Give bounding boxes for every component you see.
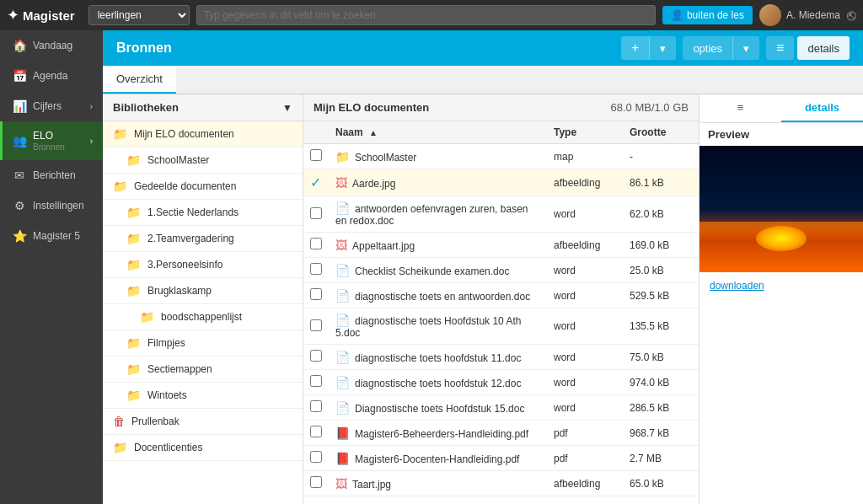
lib-item-mijn-elo[interactable]: 📁 Mijn ELO documenten bbox=[103, 121, 303, 147]
lib-item-brugklaskamp[interactable]: 📁 Brugklaskamp bbox=[103, 278, 303, 304]
options-dropdown-btn[interactable]: ▾ bbox=[732, 36, 759, 60]
file-checkbox[interactable] bbox=[310, 350, 322, 362]
lib-item-boodschappenlijst[interactable]: 📁 boodschappenlijst bbox=[103, 304, 303, 330]
file-name: Diagnostische toets Hoofdstuk 15.doc bbox=[355, 403, 524, 415]
file-type: word bbox=[547, 308, 623, 345]
table-row[interactable]: 📄antwoorden oefenvragen zuren, basen en … bbox=[303, 196, 699, 233]
table-row[interactable]: 🖼Appeltaart.jpgafbeelding169.0 kB bbox=[303, 233, 699, 258]
file-name: Magister6-Beheerders-Handleiding.pdf bbox=[355, 428, 528, 440]
files-panel: Mijn ELO documenten 68.0 MB/1.0 GB Naam … bbox=[303, 94, 699, 504]
file-size: 62.0 kB bbox=[623, 196, 699, 233]
sidebar: 🏠 Vandaag 📅 Agenda 📊 Cijfers › 👥 ELO Bro… bbox=[0, 30, 103, 504]
lib-item-sectiemappen[interactable]: 📁 Sectiemappen bbox=[103, 357, 303, 383]
add-button-group: + ▾ bbox=[621, 36, 676, 60]
folder-icon: 📁 bbox=[113, 180, 127, 193]
file-checkbox[interactable] bbox=[310, 288, 322, 300]
tab-preview-inactive[interactable]: ≡ bbox=[700, 94, 781, 122]
home-icon: 🏠 bbox=[13, 39, 26, 52]
file-size: 75.0 kB bbox=[623, 345, 699, 370]
preview-title: Preview bbox=[700, 123, 863, 146]
list-view-btn[interactable]: ≡ bbox=[766, 36, 794, 60]
file-checkbox[interactable] bbox=[310, 451, 322, 463]
file-type: map bbox=[547, 144, 623, 169]
folder-icon: 📁 bbox=[140, 310, 154, 324]
lib-item-filmpjes[interactable]: 📁 Filmpjes bbox=[103, 330, 303, 357]
table-row[interactable]: ✓🖼Aarde.jpgafbeelding86.1 kB bbox=[303, 169, 699, 196]
table-row[interactable]: 📁SchoolMastermap- bbox=[303, 144, 699, 169]
lib-item-gedeelde[interactable]: 📁 Gedeelde documenten bbox=[103, 174, 303, 200]
sidebar-item-elo[interactable]: 👥 ELO Bronnen › bbox=[0, 121, 103, 160]
lib-item-docentlicenties[interactable]: 📁 Docentlicenties bbox=[103, 435, 303, 461]
layout: 🏠 Vandaag 📅 Agenda 📊 Cijfers › 👥 ELO Bro… bbox=[0, 30, 863, 504]
header-actions: + ▾ opties ▾ ≡ details bbox=[621, 36, 850, 60]
main-content: Bronnen + ▾ opties ▾ ≡ details Overzicht bbox=[103, 30, 863, 504]
word-icon: 📄 bbox=[335, 314, 350, 327]
avatar bbox=[759, 4, 781, 26]
page-header: Bronnen + ▾ opties ▾ ≡ details bbox=[103, 30, 863, 66]
table-row[interactable]: 📄diagnostische toets hoofdstuk 12.docwor… bbox=[303, 370, 699, 395]
user-name: A. Miedema bbox=[786, 9, 840, 21]
file-checkbox[interactable] bbox=[310, 400, 322, 412]
lib-item-wintoets[interactable]: 📁 Wintoets bbox=[103, 383, 303, 409]
table-row[interactable]: 📄diagnostische toets Hoofdstuk 10 Ath 5.… bbox=[303, 308, 699, 345]
outside-lesson-btn[interactable]: 👤 buiten de les bbox=[662, 6, 753, 24]
file-checkbox[interactable] bbox=[310, 476, 322, 488]
libraries-header: Bibliotheken ▼ bbox=[103, 94, 303, 121]
tab-overzicht[interactable]: Overzicht bbox=[103, 66, 176, 94]
file-checkbox[interactable] bbox=[310, 319, 322, 331]
file-type: afbeelding bbox=[547, 471, 623, 496]
file-checkbox[interactable] bbox=[310, 263, 322, 275]
sidebar-item-agenda[interactable]: 📅 Agenda bbox=[0, 61, 103, 91]
table-row[interactable]: 📄diagnostische toets hoofdstuk 11.docwor… bbox=[303, 345, 699, 370]
folder-icon: 📁 bbox=[126, 258, 141, 271]
lib-item-3personeelsinfo[interactable]: 📁 3.Personeelsinfo bbox=[103, 252, 303, 278]
user-info: A. Miedema bbox=[759, 4, 840, 26]
file-checkbox[interactable] bbox=[310, 375, 322, 387]
add-dropdown-btn[interactable]: ▾ bbox=[649, 36, 676, 60]
student-dropdown[interactable]: leerlingen bbox=[88, 5, 190, 25]
file-size: 974.0 kB bbox=[623, 370, 699, 395]
tab-details[interactable]: details bbox=[781, 94, 863, 122]
grades-icon: 📊 bbox=[13, 99, 26, 113]
topbar: ✦ Magister leerlingen 👤 buiten de les A.… bbox=[0, 0, 863, 30]
lib-item-2teamvergadering[interactable]: 📁 2.Teamvergadering bbox=[103, 226, 303, 252]
image-icon: 🖼 bbox=[335, 239, 347, 252]
file-size: 135.5 kB bbox=[623, 308, 699, 345]
check-mark-icon: ✓ bbox=[310, 175, 321, 190]
word-icon: 📄 bbox=[335, 289, 350, 303]
table-row[interactable]: 📄diagnostische toets en antwoorden.docwo… bbox=[303, 283, 699, 308]
sidebar-item-magister5[interactable]: ⭐ Magister 5 bbox=[0, 221, 103, 251]
sidebar-item-instellingen[interactable]: ⚙ Instellingen bbox=[0, 190, 103, 221]
sidebar-item-cijfers[interactable]: 📊 Cijfers › bbox=[0, 91, 103, 121]
table-row[interactable]: 📄Diagnostische toets Hoofdstuk 15.docwor… bbox=[303, 395, 699, 421]
table-row[interactable]: 📄Checklist Scheikunde examen.docword25.0… bbox=[303, 258, 699, 283]
table-row[interactable]: 📕Magister6-Beheerders-Handleiding.pdfpdf… bbox=[303, 421, 699, 446]
lib-item-prullenbak[interactable]: 🗑 Prullenbak bbox=[103, 409, 303, 435]
topbar-right: 👤 buiten de les A. Miedema ⎋ bbox=[662, 4, 856, 26]
preview-download-link[interactable]: downloaden bbox=[700, 272, 863, 298]
search-input[interactable] bbox=[196, 5, 656, 25]
table-row[interactable]: 📕Magister6-Docenten-Handleiding.pdfpdf2.… bbox=[303, 446, 699, 471]
file-name: Checklist Scheikunde examen.doc bbox=[355, 265, 509, 277]
file-checkbox[interactable] bbox=[310, 426, 322, 437]
details-btn[interactable]: details bbox=[797, 36, 850, 60]
preview-tabs: ≡ details bbox=[700, 94, 863, 123]
col-naam[interactable]: Naam ▲ bbox=[329, 121, 547, 144]
signout-icon[interactable]: ⎋ bbox=[847, 7, 856, 24]
options-button[interactable]: opties bbox=[683, 36, 732, 60]
add-button[interactable]: + bbox=[621, 36, 649, 60]
folder-icon: 📁 bbox=[126, 336, 141, 350]
table-row[interactable]: 🖼Taart.jpgafbeelding65.0 kB bbox=[303, 471, 699, 496]
sidebar-item-berichten[interactable]: ✉ Berichten bbox=[0, 160, 103, 190]
file-checkbox[interactable] bbox=[310, 238, 322, 249]
file-checkbox[interactable] bbox=[310, 207, 322, 219]
sidebar-item-vandaag[interactable]: 🏠 Vandaag bbox=[0, 30, 103, 61]
file-type: pdf bbox=[547, 421, 623, 446]
file-name: diagnostische toets hoofdstuk 11.doc bbox=[355, 352, 521, 364]
folder-icon: 📁 bbox=[113, 441, 127, 454]
chevron-right-icon2: › bbox=[90, 137, 93, 146]
word-icon: 📄 bbox=[335, 376, 350, 389]
lib-item-schoolmaster[interactable]: 📁 SchoolMaster bbox=[103, 147, 303, 174]
file-checkbox[interactable] bbox=[310, 149, 322, 161]
lib-item-1sectie[interactable]: 📁 1.Sectie Nederlands bbox=[103, 200, 303, 226]
